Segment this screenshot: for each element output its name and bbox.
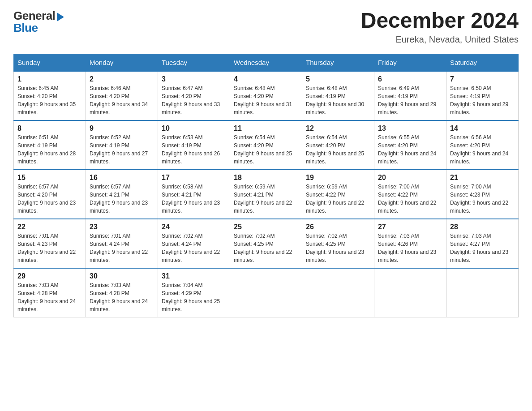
day-info: Sunrise: 6:52 AMSunset: 4:19 PMDaylight:… <box>90 134 148 165</box>
day-number: 11 <box>234 124 298 133</box>
day-info: Sunrise: 7:03 AMSunset: 4:27 PMDaylight:… <box>450 233 508 263</box>
calendar-cell: 27 Sunrise: 7:03 AMSunset: 4:26 PMDaylig… <box>374 219 446 268</box>
day-info: Sunrise: 6:56 AMSunset: 4:20 PMDaylight:… <box>450 134 508 165</box>
day-number: 5 <box>306 75 370 83</box>
calendar-cell: 25 Sunrise: 7:02 AMSunset: 4:25 PMDaylig… <box>230 219 302 268</box>
month-title: December 2024 <box>361 9 519 33</box>
calendar-table: SundayMondayTuesdayWednesdayThursdayFrid… <box>13 54 519 317</box>
day-number: 24 <box>162 223 226 231</box>
calendar-cell: 12 Sunrise: 6:54 AMSunset: 4:20 PMDaylig… <box>302 120 374 170</box>
header-cell-wednesday: Wednesday <box>230 54 302 71</box>
day-info: Sunrise: 7:01 AMSunset: 4:23 PMDaylight:… <box>17 233 76 263</box>
calendar-cell: 15 Sunrise: 6:57 AMSunset: 4:20 PMDaylig… <box>14 170 86 219</box>
week-row-1: 1 Sunrise: 6:45 AMSunset: 4:20 PMDayligh… <box>14 71 519 120</box>
calendar-cell: 19 Sunrise: 6:59 AMSunset: 4:22 PMDaylig… <box>302 170 374 219</box>
day-info: Sunrise: 6:50 AMSunset: 4:19 PMDaylight:… <box>450 85 508 116</box>
day-number: 14 <box>450 124 515 133</box>
day-info: Sunrise: 7:03 AMSunset: 4:28 PMDaylight:… <box>90 282 148 313</box>
calendar-cell: 23 Sunrise: 7:01 AMSunset: 4:24 PMDaylig… <box>86 219 158 268</box>
day-number: 20 <box>378 174 442 182</box>
day-number: 26 <box>306 223 370 231</box>
day-number: 1 <box>17 75 82 83</box>
day-info: Sunrise: 6:45 AMSunset: 4:20 PMDaylight:… <box>17 85 76 116</box>
logo-blue-text: Blue <box>13 21 38 35</box>
title-section: December 2024 Eureka, Nevada, United Sta… <box>361 9 519 45</box>
day-number: 3 <box>162 75 226 83</box>
day-number: 12 <box>306 124 370 133</box>
day-info: Sunrise: 6:57 AMSunset: 4:20 PMDaylight:… <box>17 184 76 214</box>
day-info: Sunrise: 6:58 AMSunset: 4:21 PMDaylight:… <box>162 184 220 214</box>
calendar-cell: 1 Sunrise: 6:45 AMSunset: 4:20 PMDayligh… <box>14 71 86 120</box>
day-info: Sunrise: 6:48 AMSunset: 4:20 PMDaylight:… <box>234 85 292 116</box>
day-info: Sunrise: 7:04 AMSunset: 4:29 PMDaylight:… <box>162 282 220 313</box>
week-row-2: 8 Sunrise: 6:51 AMSunset: 4:19 PMDayligh… <box>14 120 519 170</box>
day-number: 27 <box>378 223 442 231</box>
day-number: 17 <box>162 174 226 182</box>
calendar-cell: 10 Sunrise: 6:53 AMSunset: 4:19 PMDaylig… <box>158 120 230 170</box>
calendar-cell: 9 Sunrise: 6:52 AMSunset: 4:19 PMDayligh… <box>86 120 158 170</box>
logo-arrow-icon <box>57 13 64 21</box>
calendar-cell: 7 Sunrise: 6:50 AMSunset: 4:19 PMDayligh… <box>446 71 519 120</box>
logo: General Blue <box>13 9 64 35</box>
calendar-cell: 5 Sunrise: 6:48 AMSunset: 4:19 PMDayligh… <box>302 71 374 120</box>
calendar-cell: 31 Sunrise: 7:04 AMSunset: 4:29 PMDaylig… <box>158 268 230 317</box>
day-number: 16 <box>90 174 154 182</box>
day-info: Sunrise: 6:47 AMSunset: 4:20 PMDaylight:… <box>162 85 220 116</box>
day-info: Sunrise: 6:48 AMSunset: 4:19 PMDaylight:… <box>306 85 364 116</box>
day-number: 21 <box>450 174 515 182</box>
calendar-cell: 26 Sunrise: 7:02 AMSunset: 4:25 PMDaylig… <box>302 219 374 268</box>
calendar-cell: 18 Sunrise: 6:59 AMSunset: 4:21 PMDaylig… <box>230 170 302 219</box>
header-cell-sunday: Sunday <box>14 54 86 71</box>
header-cell-thursday: Thursday <box>302 54 374 71</box>
week-row-3: 15 Sunrise: 6:57 AMSunset: 4:20 PMDaylig… <box>14 170 519 219</box>
day-number: 23 <box>90 223 154 231</box>
day-info: Sunrise: 6:46 AMSunset: 4:20 PMDaylight:… <box>90 85 148 116</box>
day-number: 4 <box>234 75 298 83</box>
calendar-cell: 3 Sunrise: 6:47 AMSunset: 4:20 PMDayligh… <box>158 71 230 120</box>
day-number: 15 <box>17 174 82 182</box>
calendar-cell: 6 Sunrise: 6:49 AMSunset: 4:19 PMDayligh… <box>374 71 446 120</box>
day-number: 8 <box>17 124 82 133</box>
day-number: 30 <box>90 272 154 280</box>
day-info: Sunrise: 6:53 AMSunset: 4:19 PMDaylight:… <box>162 134 220 165</box>
day-info: Sunrise: 7:00 AMSunset: 4:22 PMDaylight:… <box>378 184 436 214</box>
day-info: Sunrise: 6:59 AMSunset: 4:22 PMDaylight:… <box>306 184 364 214</box>
day-number: 10 <box>162 124 226 133</box>
day-number: 31 <box>162 272 226 280</box>
day-info: Sunrise: 6:59 AMSunset: 4:21 PMDaylight:… <box>234 184 292 214</box>
day-info: Sunrise: 7:03 AMSunset: 4:26 PMDaylight:… <box>378 233 436 263</box>
calendar-cell: 8 Sunrise: 6:51 AMSunset: 4:19 PMDayligh… <box>14 120 86 170</box>
day-number: 2 <box>90 75 154 83</box>
calendar-cell: 4 Sunrise: 6:48 AMSunset: 4:20 PMDayligh… <box>230 71 302 120</box>
day-info: Sunrise: 7:00 AMSunset: 4:23 PMDaylight:… <box>450 184 508 214</box>
calendar-cell: 21 Sunrise: 7:00 AMSunset: 4:23 PMDaylig… <box>446 170 519 219</box>
day-info: Sunrise: 7:02 AMSunset: 4:24 PMDaylight:… <box>162 233 220 263</box>
calendar-cell: 29 Sunrise: 7:03 AMSunset: 4:28 PMDaylig… <box>14 268 86 317</box>
day-info: Sunrise: 7:02 AMSunset: 4:25 PMDaylight:… <box>234 233 292 263</box>
week-row-4: 22 Sunrise: 7:01 AMSunset: 4:23 PMDaylig… <box>14 219 519 268</box>
calendar-cell: 20 Sunrise: 7:00 AMSunset: 4:22 PMDaylig… <box>374 170 446 219</box>
day-number: 25 <box>234 223 298 231</box>
day-number: 28 <box>450 223 515 231</box>
week-row-5: 29 Sunrise: 7:03 AMSunset: 4:28 PMDaylig… <box>14 268 519 317</box>
calendar-cell: 13 Sunrise: 6:55 AMSunset: 4:20 PMDaylig… <box>374 120 446 170</box>
header-cell-monday: Monday <box>86 54 158 71</box>
day-info: Sunrise: 6:54 AMSunset: 4:20 PMDaylight:… <box>306 134 364 165</box>
day-number: 7 <box>450 75 515 83</box>
calendar-cell <box>230 268 302 317</box>
page-header: General Blue December 2024 Eureka, Nevad… <box>13 9 519 45</box>
day-number: 18 <box>234 174 298 182</box>
day-number: 29 <box>17 272 82 280</box>
calendar-header: SundayMondayTuesdayWednesdayThursdayFrid… <box>14 54 519 71</box>
day-info: Sunrise: 7:02 AMSunset: 4:25 PMDaylight:… <box>306 233 364 263</box>
day-info: Sunrise: 6:51 AMSunset: 4:19 PMDaylight:… <box>17 134 76 165</box>
calendar-cell: 16 Sunrise: 6:57 AMSunset: 4:21 PMDaylig… <box>86 170 158 219</box>
calendar-cell: 24 Sunrise: 7:02 AMSunset: 4:24 PMDaylig… <box>158 219 230 268</box>
calendar-cell: 22 Sunrise: 7:01 AMSunset: 4:23 PMDaylig… <box>14 219 86 268</box>
calendar-cell <box>446 268 519 317</box>
day-number: 19 <box>306 174 370 182</box>
header-row: SundayMondayTuesdayWednesdayThursdayFrid… <box>14 54 519 71</box>
calendar-cell: 11 Sunrise: 6:54 AMSunset: 4:20 PMDaylig… <box>230 120 302 170</box>
calendar-cell: 2 Sunrise: 6:46 AMSunset: 4:20 PMDayligh… <box>86 71 158 120</box>
calendar-cell: 30 Sunrise: 7:03 AMSunset: 4:28 PMDaylig… <box>86 268 158 317</box>
